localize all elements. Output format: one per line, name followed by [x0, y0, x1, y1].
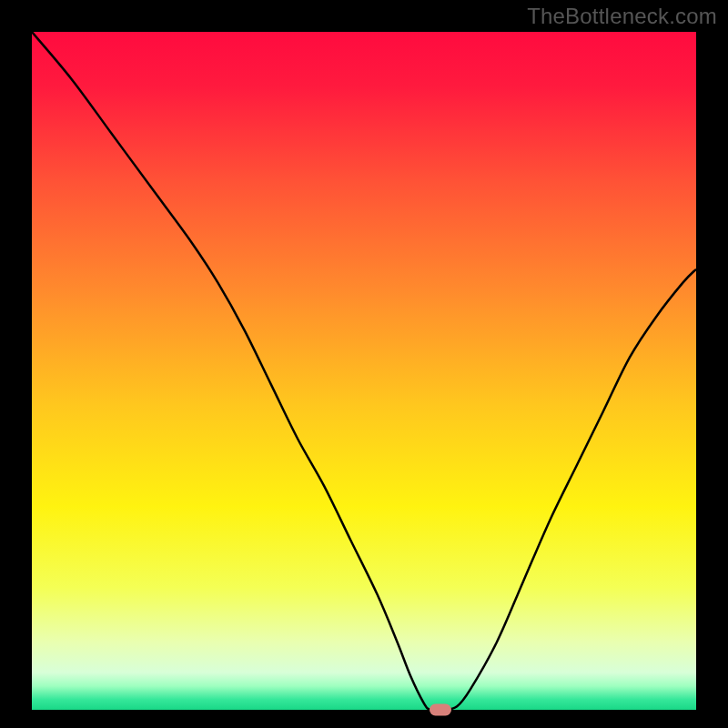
chart-frame: TheBottleneck.com: [0, 0, 728, 728]
watermark-text: TheBottleneck.com: [527, 4, 717, 29]
bottleneck-curve: [32, 32, 696, 710]
optimal-marker: [430, 704, 451, 716]
plot-area: [32, 32, 696, 710]
